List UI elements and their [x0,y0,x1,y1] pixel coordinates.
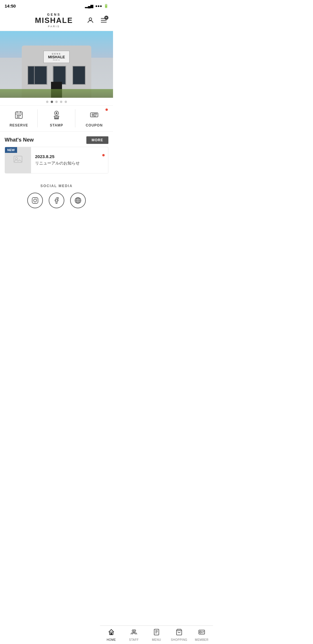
dot-2[interactable] [51,101,53,103]
svg-point-29 [37,198,37,199]
more-button[interactable]: MORE [86,136,108,144]
user-profile-button[interactable] [86,16,95,25]
status-time: 14:50 [5,3,16,8]
news-content: 2023.8.25 リニューアルのお知らせ [31,151,108,169]
carousel-dots [0,98,113,105]
logo-paris: PARIS [48,25,60,28]
signal-icon: ●●● [95,4,102,8]
svg-point-0 [89,18,92,20]
dot-1[interactable] [46,101,48,103]
social-media-section: SOCIAL MEDIA [0,178,113,213]
facebook-icon [53,197,60,204]
menu-button[interactable]: N [99,16,108,25]
notification-badge: N [104,16,108,20]
stamp-label: STAMP [50,123,63,127]
svg-rect-27 [32,198,38,203]
hero-image: GENS MISHALE PARIS [0,31,113,98]
dot-4[interactable] [60,101,62,103]
logo-mishale: MISHALE [35,16,73,25]
battery-icon: 🔋 [104,4,108,8]
news-image-placeholder-icon [13,154,23,166]
quick-actions: RESERVE STAMP COUPO [0,105,113,132]
social-icons-row [5,193,108,208]
instagram-icon [32,197,39,204]
news-date: 2023.8.25 [35,154,104,159]
facebook-button[interactable] [49,193,64,208]
news-notification-dot [102,154,105,156]
svg-rect-11 [17,117,18,117]
svg-rect-12 [18,117,19,117]
svg-point-18 [56,112,57,114]
svg-rect-9 [18,115,19,116]
user-icon [87,17,94,24]
svg-point-21 [92,114,94,115]
header: GENS MISHALE PARIS N [0,10,113,31]
svg-rect-17 [54,118,59,119]
news-item[interactable]: NEW 2023.8.25 リニューアルのお知らせ [5,147,108,173]
globe-icon [74,197,81,204]
app-logo: GENS MISHALE PARIS [22,13,86,28]
coupon-label: COUPON [86,123,103,127]
news-title: リニューアルのお知らせ [35,161,104,166]
coupon-button[interactable]: COUPON [75,106,113,131]
header-icons: N [86,16,108,25]
reserve-button[interactable]: RESERVE [0,106,38,131]
svg-rect-8 [17,115,18,116]
news-badge: NEW [5,147,17,153]
wifi-icon: ▂▄▆ [85,4,93,8]
stamp-button[interactable]: STAMP [38,106,75,131]
svg-rect-10 [20,115,21,116]
whats-new-title: What's New [5,137,34,143]
dot-3[interactable] [55,101,58,103]
whats-new-header: What's New MORE [0,132,113,147]
status-icons: ▂▄▆ ●●● 🔋 [85,4,108,8]
svg-point-26 [15,158,18,160]
stamp-icon [52,110,61,122]
svg-point-28 [34,199,37,202]
svg-rect-14 [54,116,59,117]
coupon-notification-dot [105,108,108,111]
calendar-icon [14,110,23,122]
website-button[interactable] [70,193,86,208]
status-bar: 14:50 ▂▄▆ ●●● 🔋 [0,0,113,10]
social-media-title: SOCIAL MEDIA [5,184,108,188]
dot-5[interactable] [65,101,67,103]
coupon-icon [90,110,99,122]
reserve-label: RESERVE [10,123,28,127]
instagram-button[interactable] [27,193,43,208]
